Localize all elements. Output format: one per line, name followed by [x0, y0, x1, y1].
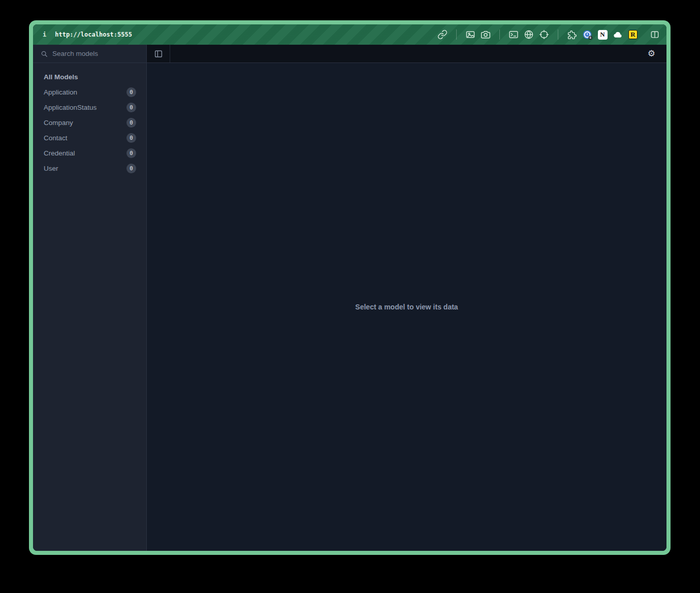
sidebar-item-user[interactable]: User 0	[33, 161, 146, 176]
toolbar-divider	[499, 29, 500, 40]
count-badge: 0	[126, 103, 136, 112]
camera-icon[interactable]	[480, 29, 491, 40]
sidebar-item-application[interactable]: Application 0	[33, 84, 146, 100]
onepassword-icon[interactable]	[582, 29, 593, 40]
r-extension-icon[interactable]: R	[627, 29, 639, 40]
crosshair-icon[interactable]	[538, 29, 550, 40]
model-name: ApplicationStatus	[44, 104, 97, 111]
gear-icon[interactable]: ⚙	[648, 49, 655, 58]
screenshot-frame: i http://localhost:5555	[29, 20, 671, 555]
search-input[interactable]	[52, 50, 142, 57]
main-content: Select a model to view its data	[147, 63, 666, 551]
model-name: Company	[44, 119, 73, 127]
link-icon[interactable]	[437, 29, 448, 40]
toolbar-divider	[456, 29, 457, 40]
sidebar-toggle-button[interactable]	[147, 45, 170, 63]
notion-icon[interactable]: N	[597, 29, 608, 40]
split-view-icon[interactable]	[649, 29, 660, 40]
browser-window: i http://localhost:5555	[33, 24, 666, 551]
model-list: All Models Application 0 ApplicationStat…	[33, 63, 146, 176]
main-header: ⚙	[147, 45, 666, 63]
toolbar-divider	[558, 29, 558, 40]
toolbar-divider	[644, 29, 644, 40]
sidebar-item-applicationstatus[interactable]: ApplicationStatus 0	[33, 100, 146, 115]
count-badge: 0	[126, 148, 136, 158]
photo-icon[interactable]	[465, 29, 476, 40]
app-body: All Models Application 0 ApplicationStat…	[33, 45, 666, 551]
sidebar: All Models Application 0 ApplicationStat…	[33, 45, 147, 551]
model-list-heading: All Models	[33, 70, 146, 84]
model-name: User	[44, 165, 58, 172]
sidebar-item-company[interactable]: Company 0	[33, 115, 146, 130]
search-icon	[41, 50, 48, 57]
model-name: Application	[44, 88, 77, 96]
search-bar	[33, 45, 146, 63]
puzzle-extensions-icon[interactable]	[566, 29, 578, 40]
main-panel: ⚙ Select a model to view its data	[147, 45, 666, 551]
sidebar-item-credential[interactable]: Credential 0	[33, 145, 146, 161]
count-badge: 0	[126, 133, 136, 143]
empty-state-message: Select a model to view its data	[355, 303, 458, 311]
model-name: Contact	[44, 134, 68, 142]
count-badge: 0	[126, 164, 136, 173]
titlebar-left: i http://localhost:5555	[43, 31, 132, 38]
sidebar-item-contact[interactable]: Contact 0	[33, 130, 146, 145]
terminal-icon[interactable]	[508, 29, 519, 40]
globe-icon[interactable]	[523, 29, 534, 40]
count-badge: 0	[126, 87, 136, 97]
url-label: http://localhost:5555	[55, 31, 132, 38]
panel-left-icon	[154, 49, 163, 58]
count-badge: 0	[126, 118, 136, 128]
titlebar: i http://localhost:5555	[33, 24, 666, 45]
cloud-icon[interactable]	[612, 29, 623, 40]
info-icon: i	[43, 31, 46, 38]
titlebar-toolbar: N R	[437, 29, 660, 40]
model-name: Credential	[44, 149, 75, 157]
